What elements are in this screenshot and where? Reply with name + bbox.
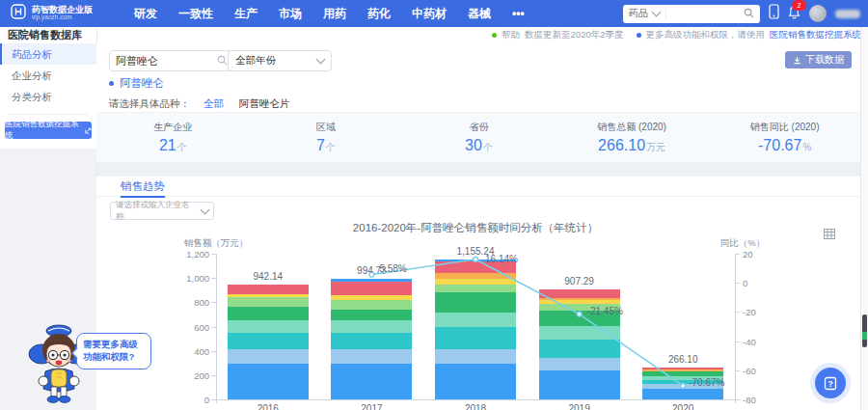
user-avatar[interactable] (809, 5, 827, 22)
variety-option-全部[interactable]: 全部 (203, 97, 224, 111)
tab-bar: 销售趋势 (96, 177, 861, 197)
x-axis-label: 2019 (568, 403, 589, 410)
bar-segment[interactable] (539, 370, 620, 399)
bar-segment[interactable] (539, 340, 620, 358)
bar-segment[interactable] (331, 333, 412, 349)
bar-segment[interactable] (228, 364, 309, 399)
bar-segment[interactable] (228, 285, 309, 293)
notifications-bell[interactable]: 2 (788, 5, 800, 23)
stat-销售同比 (2020): 销售同比 (2020)-70.67% (708, 113, 861, 162)
bar-segment[interactable] (228, 320, 309, 333)
bar-segment[interactable] (642, 368, 723, 370)
nav-item-1[interactable]: 研发 (123, 6, 168, 22)
bar-segment[interactable] (435, 292, 516, 313)
mining-system-link[interactable]: 医院销售数据挖掘系统 (770, 29, 861, 41)
right-axis-tick: -60 (743, 366, 756, 376)
username-redacted (835, 10, 860, 18)
sidebar-item-分类分析[interactable]: 分类分析 (0, 86, 96, 107)
search-icon[interactable] (744, 5, 754, 22)
search-category-select[interactable]: 药品 (629, 7, 648, 20)
year-filter-select[interactable]: 全部年份 (228, 50, 332, 71)
nav-item-8[interactable]: 器械 (457, 6, 502, 22)
variety-label: 请选择具体品种： (109, 97, 190, 111)
download-data-button[interactable]: 下载数据 (785, 51, 852, 68)
right-axis-line (735, 254, 736, 403)
left-axis-tick: 1,200 (171, 249, 209, 260)
bar-segment[interactable] (331, 300, 412, 310)
drug-search-box[interactable] (109, 50, 234, 71)
scrollbar-find-mark (862, 332, 867, 340)
bar-segment[interactable] (331, 349, 412, 364)
bar-segment[interactable] (435, 285, 516, 292)
stat-label: 销售总额 (2020) (597, 121, 666, 134)
help-fab[interactable]: ? (810, 363, 851, 403)
bar-segment[interactable] (228, 349, 309, 364)
nav-item-9[interactable]: ••• (502, 7, 535, 20)
bar-segment[interactable] (331, 279, 412, 282)
scrollbar-thumb[interactable] (862, 314, 867, 347)
bar-segment[interactable] (435, 364, 516, 399)
tab-sales-trend[interactable]: 销售趋势 (121, 178, 165, 198)
nav-item-5[interactable]: 用药 (312, 6, 357, 22)
variety-option-阿普唑仑片[interactable]: 阿普唑仑片 (239, 97, 290, 111)
x-axis-label: 2020 (672, 403, 693, 410)
download-icon (793, 56, 801, 65)
left-axis-tick: 200 (171, 370, 209, 381)
stat-生产企业: 生产企业21个 (96, 113, 250, 162)
bar-segment[interactable] (435, 313, 516, 327)
nav-item-7[interactable]: 中药材 (401, 6, 457, 22)
bar-segment[interactable] (228, 297, 309, 306)
bar-segment[interactable] (435, 327, 516, 349)
help-link[interactable]: 帮助 (502, 29, 520, 41)
bar-segment[interactable] (435, 279, 516, 285)
nav-item-6[interactable]: 药化 (357, 6, 401, 22)
yoy-point-label: 5.58% (379, 263, 406, 274)
bar-segment[interactable] (331, 295, 412, 301)
assistant-speech-bubble[interactable]: 需要更多高级功能和权限? (76, 333, 151, 369)
bar-segment[interactable] (539, 358, 620, 370)
search-icon[interactable] (217, 52, 228, 69)
page-scrollbar[interactable] (860, 0, 868, 410)
bar-segment[interactable] (228, 307, 309, 320)
stat-value: 30个 (465, 137, 493, 154)
bar-segment[interactable] (539, 326, 620, 340)
mobile-app-icon[interactable] (769, 4, 779, 23)
brand-logo[interactable]: 药智数据企业版 vip.yaozh.com (0, 3, 116, 24)
bar-segment[interactable] (642, 371, 723, 376)
bar-segment[interactable] (539, 298, 620, 301)
bar-segment[interactable] (228, 333, 309, 349)
filters-card: 全部年份 下载数据 阿普唑仑 请选择具体品种： 全部阿普唑仑片 生产企业21个区… (96, 43, 861, 161)
bar-segment[interactable] (228, 294, 309, 298)
bar-segment[interactable] (331, 282, 412, 295)
left-axis-tick: 800 (171, 297, 209, 308)
upgrade-note: 更多高级功能和权限，请使用 (646, 29, 766, 41)
stat-省份: 省份30个 (402, 113, 556, 162)
stat-value: -70.67% (758, 137, 811, 154)
top-navbar: 药智数据企业版 vip.yaozh.com 研发一致性生产市场用药药化中药材器械… (0, 0, 868, 27)
bar-segment[interactable] (435, 273, 516, 279)
sidebar-item-企业分析[interactable]: 企业分析 (0, 65, 96, 86)
mining-system-button[interactable]: 医院销售数据挖掘系统 (5, 122, 92, 139)
bar-segment[interactable] (642, 369, 723, 371)
selected-drug-link[interactable]: 阿普唑仑 (109, 76, 164, 91)
sidebar-title: 医院销售数据库 (0, 27, 96, 43)
left-axis-line (216, 254, 217, 403)
bar-segment[interactable] (331, 310, 412, 320)
stat-label: 区域 (316, 121, 336, 134)
right-axis-tick: 0 (743, 278, 747, 288)
global-search[interactable]: 药品 (623, 5, 760, 23)
drug-search-input[interactable] (116, 55, 217, 67)
bar-segment[interactable] (642, 389, 723, 399)
bar-segment[interactable] (435, 349, 516, 364)
chevron-down-icon (201, 205, 210, 214)
bar-segment[interactable] (331, 364, 412, 399)
sidebar-item-药品分析[interactable]: 药品分析 (0, 43, 96, 65)
bar-segment[interactable] (331, 320, 412, 333)
nav-item-4[interactable]: 市场 (268, 6, 312, 22)
right-axis-tick: -80 (743, 395, 756, 405)
nav-item-2[interactable]: 一致性 (168, 6, 224, 22)
bar-segment[interactable] (539, 289, 620, 298)
nav-item-3[interactable]: 生产 (224, 6, 268, 22)
bar-segment[interactable] (539, 300, 620, 304)
sidebar-divider (8, 114, 89, 115)
